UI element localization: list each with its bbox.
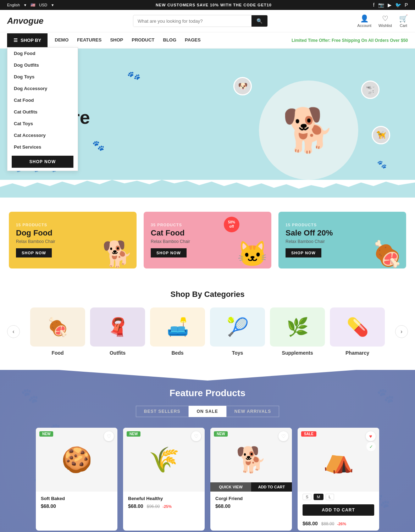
size-l-button[interactable]: L: [326, 494, 334, 500]
nav-link-blog[interactable]: BLOG: [163, 32, 177, 48]
dropdown-shop-now-button[interactable]: SHOP NOW: [12, 156, 73, 168]
cart-icon-group[interactable]: 🛒 Cart: [399, 14, 408, 28]
size-s-button[interactable]: S: [303, 494, 311, 500]
add-to-cart-bar-4[interactable]: ADD TO CART: [303, 504, 374, 516]
badge-new-3: NEW: [214, 431, 228, 437]
dropdown-item-dog-food[interactable]: Dog Food: [7, 48, 78, 59]
promo-title-2: Cat Food: [151, 228, 184, 238]
promo-title-3: Sale Off 20%: [286, 228, 333, 238]
language-selector[interactable]: English: [7, 3, 20, 7]
category-toys-label: Toys: [232, 350, 243, 356]
discount-badge-2: -25%: [162, 504, 172, 509]
nav-link-product[interactable]: PRODUCT: [132, 32, 154, 48]
add-to-cart-button-3[interactable]: ADD TO CART: [251, 482, 292, 492]
tab-new-arrivals[interactable]: NEW ARRIVALS: [226, 406, 279, 417]
header-icons: 👤 Account ♡ Wishlist 🛒 Cart: [357, 14, 408, 28]
quick-view-button-3[interactable]: QUICK VIEW: [210, 482, 251, 492]
category-outfits[interactable]: 🧣 Outfits: [90, 307, 145, 356]
size-m-button[interactable]: M: [314, 494, 323, 500]
search-button[interactable]: 🔍: [251, 15, 267, 27]
product-card-beneful: 🌾 NEW ♡ Beneful Healthy $68.00 $96.00 -2…: [123, 428, 205, 531]
youtube-icon[interactable]: ▶: [388, 2, 392, 8]
nav-link-pages[interactable]: PAGES: [185, 32, 201, 48]
dropdown-item-dog-toys[interactable]: Dog Toys: [7, 71, 78, 83]
product-info-2: Beneful Healthy $68.00 $96.00 -25%: [123, 492, 205, 513]
category-toys[interactable]: 🎾 Toys: [210, 307, 265, 356]
dropdown-item-cat-accessory[interactable]: Cat Accessory: [7, 129, 78, 141]
hero-avatar-2: 🐩: [361, 81, 380, 99]
badge-new-2: NEW: [127, 431, 140, 437]
cart-label: Cart: [400, 23, 407, 28]
promo-shop-btn-1[interactable]: SHOP NOW: [16, 248, 52, 257]
wishlist-icon-group[interactable]: ♡ Wishlist: [378, 14, 392, 28]
wishlist-btn-1[interactable]: ♡: [104, 431, 114, 441]
category-food[interactable]: 🍖 Food: [30, 307, 85, 356]
wishlist-btn-4[interactable]: ♥: [366, 431, 376, 441]
supplements-emoji: 🌿: [287, 317, 309, 337]
category-supplements[interactable]: 🌿 Supplements: [270, 307, 325, 356]
wishlist-btn-2[interactable]: ♡: [191, 431, 201, 441]
corgi-emoji: 🐕: [236, 445, 267, 474]
twitter-icon[interactable]: 🐦: [395, 2, 401, 8]
product-img-beneful: 🌾 NEW ♡: [123, 428, 205, 492]
dropdown-item-pet-services[interactable]: Pet Services: [7, 141, 78, 153]
promo-shop-btn-3[interactable]: SHOP NOW: [286, 248, 321, 257]
pinterest-icon[interactable]: P: [405, 2, 408, 8]
nav-link-demo[interactable]: DEMO: [55, 32, 68, 48]
account-icon-group[interactable]: 👤 Account: [357, 14, 371, 28]
dropdown-item-cat-food[interactable]: Cat Food: [7, 94, 78, 106]
hero-dog-circle: 🐕: [259, 81, 358, 180]
pharmacy-emoji: 💊: [347, 317, 369, 337]
dropdown-item-cat-outfits[interactable]: Cat Outfits: [7, 106, 78, 118]
quick-actions-3: QUICK VIEW ADD TO CART: [210, 482, 292, 492]
promo-count-2: 35 PRODUCTS: [151, 223, 182, 227]
outfits-emoji: 🧣: [107, 317, 129, 337]
top-bar-promo: NEW CUSTOMERS SAVE 10% WITH THE CODE GET…: [54, 3, 373, 7]
promo-subtitle-3: Relax Bamboo Chair: [286, 239, 325, 244]
category-food-label: Food: [51, 350, 63, 356]
category-beds[interactable]: 🛋️ Beds: [150, 307, 205, 356]
beds-emoji: 🛋️: [167, 317, 189, 337]
category-pharmacy-img: 💊: [330, 307, 385, 347]
product-sizes-4: S M L: [298, 492, 379, 501]
category-outfits-label: Outfits: [110, 350, 126, 356]
nav-link-features[interactable]: FEATURES: [77, 32, 101, 48]
dropdown-item-dog-accessory[interactable]: Dog Accessory: [7, 83, 78, 94]
nav-link-shop[interactable]: SHOP: [110, 32, 123, 48]
language-arrow: ▼: [23, 3, 27, 7]
account-icon: 👤: [360, 14, 369, 23]
paw-print-yellow-bottom: 🐾: [92, 140, 105, 151]
category-beds-img: 🛋️: [150, 307, 205, 347]
food-emoji: 🍖: [47, 317, 69, 337]
badge-sale-4: SALE: [301, 431, 316, 437]
facebook-icon[interactable]: f: [373, 2, 375, 8]
category-food-img: 🍖: [30, 307, 85, 347]
product-img-pet-tent: ⛺ SALE ♥ ✓: [298, 428, 379, 492]
promo-subtitle-1: Relax Bamboo Chair: [16, 239, 55, 244]
categories-next-button[interactable]: ›: [395, 325, 408, 338]
promo-count-1: 15 PRODUCTS: [16, 223, 47, 227]
nav-links: DEMO FEATURES SHOP PRODUCT BLOG PAGES: [55, 32, 200, 48]
dropdown-item-dog-outfits[interactable]: Dog Outfits: [7, 59, 78, 71]
shop-by-button[interactable]: ☰ SHOP BY Dog Food Dog Outfits Dog Toys …: [7, 33, 48, 47]
dropdown-item-cat-toys[interactable]: Cat Toys: [7, 118, 78, 129]
nav: ☰ SHOP BY Dog Food Dog Outfits Dog Toys …: [0, 32, 415, 49]
product-price-3: $68.00: [215, 503, 287, 509]
promo-shop-btn-2[interactable]: SHOP NOW: [151, 248, 187, 257]
categories-prev-button[interactable]: ‹: [7, 325, 20, 338]
currency-selector[interactable]: USD: [39, 3, 47, 7]
instagram-icon[interactable]: 📷: [378, 2, 384, 8]
currency-arrow: ▼: [51, 3, 54, 7]
logo[interactable]: Anvogue: [7, 16, 44, 26]
promo-img-2: 🐱: [237, 239, 268, 268]
tab-best-sellers[interactable]: BEST SELLERS: [136, 406, 189, 417]
product-card-corgi: 🐕 NEW ♡ QUICK VIEW ADD TO CART Corgi Fri…: [210, 428, 292, 531]
wishlist-btn-3[interactable]: ♡: [278, 431, 288, 441]
category-pharmacy[interactable]: 💊 Phamarcy: [330, 307, 385, 356]
original-price-2: $96.00: [147, 504, 160, 509]
tab-on-sale[interactable]: ON SALE: [189, 406, 226, 417]
search-input[interactable]: [133, 16, 251, 27]
promo-title-1: Dog Food: [16, 228, 52, 238]
menu-icon: ☰: [13, 38, 18, 43]
promo-card-cat-food: 35 PRODUCTS Cat Food Relax Bamboo Chair …: [144, 212, 271, 268]
